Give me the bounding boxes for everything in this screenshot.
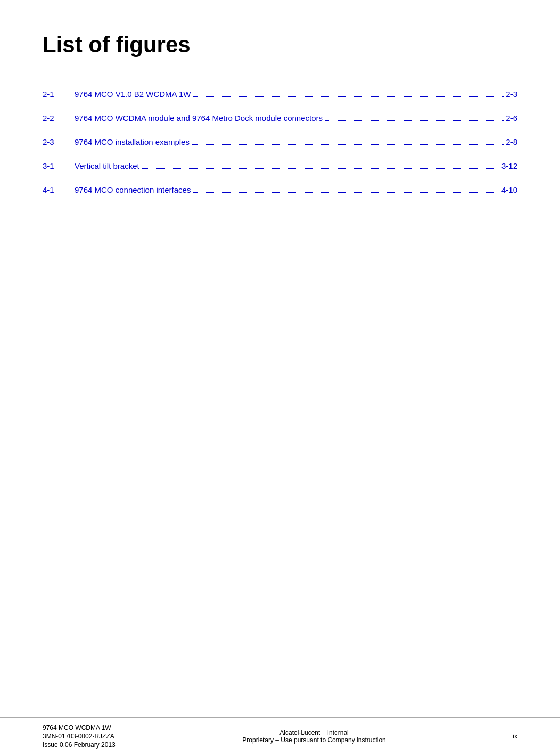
toc-entry[interactable]: 9764 MCO V1.0 B2 WCDMA 1W2-3 [75, 89, 517, 99]
toc-dots [325, 120, 504, 121]
toc-label: 9764 MCO installation examples [75, 137, 190, 146]
toc-number: 3-1 [43, 161, 75, 170]
toc-row: 3-1Vertical tilt bracket3-12 [43, 161, 517, 170]
toc-label: 9764 MCO connection interfaces [75, 185, 191, 194]
footer-left: 9764 MCO WCDMA 1W 3MN-01703-0002-RJZZA I… [43, 724, 116, 749]
toc-entry[interactable]: 9764 MCO WCDMA module and 9764 Metro Doc… [75, 113, 517, 122]
footer-doc-number: 3MN-01703-0002-RJZZA [43, 733, 116, 740]
toc-label: 9764 MCO WCDMA module and 9764 Metro Doc… [75, 113, 323, 122]
toc-dots [142, 168, 499, 169]
toc-number: 2-1 [43, 89, 75, 99]
toc-number: 2-3 [43, 137, 75, 146]
footer-issue: Issue 0.06 February 2013 [43, 741, 116, 749]
page-title: List of figures [43, 32, 517, 58]
footer-classification: Alcatel-Lucent – Internal [242, 729, 385, 736]
toc-row: 2-19764 MCO V1.0 B2 WCDMA 1W2-3 [43, 89, 517, 99]
toc-entry[interactable]: Vertical tilt bracket3-12 [75, 161, 517, 170]
toc-row: 2-39764 MCO installation examples2-8 [43, 137, 517, 146]
toc-dots [193, 96, 504, 97]
footer-product: 9764 MCO WCDMA 1W [43, 724, 116, 732]
footer: 9764 MCO WCDMA 1W 3MN-01703-0002-RJZZA I… [0, 717, 560, 755]
toc-page: 4-10 [501, 185, 517, 194]
toc-label: Vertical tilt bracket [75, 161, 139, 170]
toc-row: 4-19764 MCO connection interfaces4-10 [43, 185, 517, 194]
toc-page: 2-3 [506, 89, 517, 99]
toc-page: 2-8 [506, 137, 517, 146]
footer-proprietary: Proprietary – Use pursuant to Company in… [242, 736, 385, 744]
toc-entry[interactable]: 9764 MCO installation examples2-8 [75, 137, 517, 146]
toc-list: 2-19764 MCO V1.0 B2 WCDMA 1W2-32-29764 M… [43, 89, 517, 194]
toc-entry[interactable]: 9764 MCO connection interfaces4-10 [75, 185, 517, 194]
footer-page-number: ix [513, 733, 517, 740]
footer-center: Alcatel-Lucent – Internal Proprietary – … [242, 729, 385, 744]
toc-label: 9764 MCO V1.0 B2 WCDMA 1W [75, 89, 191, 99]
toc-dots [193, 192, 499, 193]
toc-page: 2-6 [506, 113, 517, 122]
toc-number: 2-2 [43, 113, 75, 122]
toc-dots [192, 144, 504, 145]
toc-row: 2-29764 MCO WCDMA module and 9764 Metro … [43, 113, 517, 122]
page-container: List of figures 2-19764 MCO V1.0 B2 WCDM… [0, 0, 560, 755]
toc-number: 4-1 [43, 185, 75, 194]
toc-page: 3-12 [501, 161, 517, 170]
